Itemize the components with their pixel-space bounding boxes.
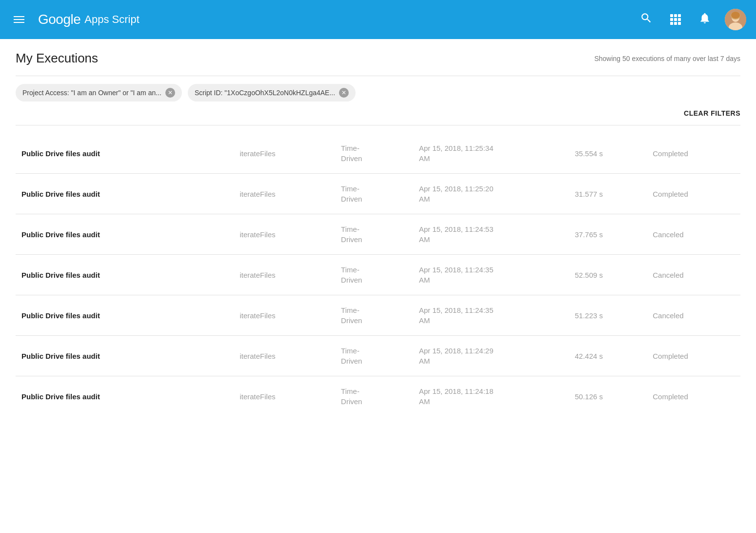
notifications-icon[interactable] — [695, 8, 715, 31]
execution-name: Public Drive files audit — [16, 336, 234, 376]
execution-duration: 50.126 s — [569, 376, 647, 417]
filter-chip-project-access[interactable]: Project Access: "I am an Owner" or "I am… — [16, 84, 182, 102]
clear-filters-row: CLEAR FILTERS — [16, 105, 740, 121]
clear-filters-button[interactable]: CLEAR FILTERS — [684, 105, 740, 121]
filter-chip-label-script-id: Script ID: "1XoCzgoOhX5L2oN0kHZLga4AE... — [195, 89, 335, 97]
table-row[interactable]: Public Drive files audit iterateFiles Ti… — [16, 255, 740, 295]
execution-function: iterateFiles — [234, 255, 335, 295]
logo-apps-script-text: Apps Script — [84, 13, 139, 26]
execution-date: Apr 15, 2018, 11:24:29AM — [413, 336, 569, 376]
execution-type: Time-Driven — [335, 376, 413, 417]
table-row[interactable]: Public Drive files audit iterateFiles Ti… — [16, 295, 740, 336]
execution-type: Time-Driven — [335, 133, 413, 174]
execution-date: Apr 15, 2018, 11:24:35AM — [413, 295, 569, 336]
table-row[interactable]: Public Drive files audit iterateFiles Ti… — [16, 376, 740, 417]
execution-name: Public Drive files audit — [16, 376, 234, 417]
title-divider — [16, 76, 740, 76]
execution-function: iterateFiles — [234, 133, 335, 174]
execution-status: Completed — [647, 376, 740, 417]
execution-duration: 51.223 s — [569, 295, 647, 336]
table-row[interactable]: Public Drive files audit iterateFiles Ti… — [16, 214, 740, 255]
execution-duration: 37.765 s — [569, 214, 647, 255]
execution-name: Public Drive files audit — [16, 133, 234, 174]
execution-status: Canceled — [647, 295, 740, 336]
execution-status: Canceled — [647, 214, 740, 255]
execution-function: iterateFiles — [234, 295, 335, 336]
execution-status: Canceled — [647, 255, 740, 295]
execution-date: Apr 15, 2018, 11:24:35AM — [413, 255, 569, 295]
execution-function: iterateFiles — [234, 336, 335, 376]
showing-text: Showing 50 executions of many over last … — [594, 55, 740, 62]
execution-date: Apr 15, 2018, 11:24:18AM — [413, 376, 569, 417]
execution-date: Apr 15, 2018, 11:25:34AM — [413, 133, 569, 174]
grid-icon-inner — [670, 14, 681, 25]
execution-status: Completed — [647, 133, 740, 174]
grid-apps-icon[interactable] — [666, 10, 685, 29]
execution-status: Completed — [647, 174, 740, 214]
execution-name: Public Drive files audit — [16, 174, 234, 214]
filters-divider — [16, 125, 740, 125]
table-row[interactable]: Public Drive files audit iterateFiles Ti… — [16, 336, 740, 376]
executions-body: Public Drive files audit iterateFiles Ti… — [16, 133, 740, 416]
execution-type: Time-Driven — [335, 214, 413, 255]
execution-type: Time-Driven — [335, 295, 413, 336]
execution-name: Public Drive files audit — [16, 295, 234, 336]
execution-duration: 42.424 s — [569, 336, 647, 376]
header-icons — [636, 8, 746, 31]
executions-table: Public Drive files audit iterateFiles Ti… — [16, 133, 740, 416]
execution-type: Time-Driven — [335, 255, 413, 295]
filter-chip-script-id[interactable]: Script ID: "1XoCzgoOhX5L2oN0kHZLga4AE...… — [188, 84, 356, 102]
execution-function: iterateFiles — [234, 376, 335, 417]
table-row[interactable]: Public Drive files audit iterateFiles Ti… — [16, 133, 740, 174]
execution-type: Time-Driven — [335, 336, 413, 376]
execution-function: iterateFiles — [234, 214, 335, 255]
execution-status: Completed — [647, 336, 740, 376]
app-logo: Google Apps Script — [38, 12, 626, 27]
search-icon[interactable] — [636, 8, 657, 31]
filter-chip-close-script-id[interactable]: ✕ — [339, 88, 349, 98]
execution-name: Public Drive files audit — [16, 214, 234, 255]
app-header: Google Apps Script — [0, 0, 756, 39]
menu-icon[interactable] — [10, 12, 28, 27]
filter-chip-label-project-access: Project Access: "I am an Owner" or "I am… — [22, 89, 161, 97]
page-title: My Executions — [16, 51, 98, 66]
avatar-image — [725, 9, 746, 30]
execution-duration: 35.554 s — [569, 133, 647, 174]
main-content: My Executions Showing 50 executions of m… — [0, 39, 756, 428]
execution-function: iterateFiles — [234, 174, 335, 214]
filter-chips-row: Project Access: "I am an Owner" or "I am… — [16, 84, 740, 102]
filter-chip-close-project-access[interactable]: ✕ — [165, 88, 175, 98]
table-row[interactable]: Public Drive files audit iterateFiles Ti… — [16, 174, 740, 214]
page-title-row: My Executions Showing 50 executions of m… — [16, 51, 740, 66]
execution-duration: 52.509 s — [569, 255, 647, 295]
execution-name: Public Drive files audit — [16, 255, 234, 295]
user-avatar[interactable] — [725, 9, 746, 30]
execution-date: Apr 15, 2018, 11:25:20AM — [413, 174, 569, 214]
execution-type: Time-Driven — [335, 174, 413, 214]
execution-date: Apr 15, 2018, 11:24:53AM — [413, 214, 569, 255]
svg-point-4 — [731, 12, 740, 19]
execution-duration: 31.577 s — [569, 174, 647, 214]
logo-google-text: Google — [38, 12, 80, 27]
